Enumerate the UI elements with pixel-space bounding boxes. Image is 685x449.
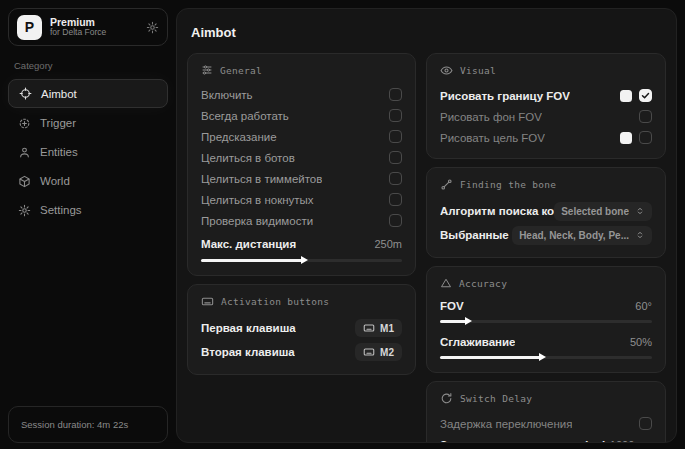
triangle-icon bbox=[440, 277, 452, 289]
sidebar-item-label: World bbox=[40, 175, 70, 187]
setting-row: Рисовать фон FOV bbox=[440, 106, 652, 127]
keyboard-icon bbox=[201, 295, 214, 308]
keybind-row: Первая клавиша M1 bbox=[201, 316, 402, 340]
color-swatch[interactable] bbox=[620, 132, 632, 144]
keybind-button[interactable]: M1 bbox=[355, 319, 402, 337]
visual-card: Visual Рисовать границу FOV Рисовать фон… bbox=[426, 53, 666, 159]
slider-row: Макс. дистанция 250m bbox=[201, 233, 402, 254]
keybind-button[interactable]: M2 bbox=[355, 343, 402, 361]
checkbox[interactable] bbox=[389, 151, 402, 164]
brand-header: P Premium for Delta Force bbox=[8, 8, 168, 46]
slider-row: FOV 60° bbox=[440, 297, 652, 315]
color-swatch[interactable] bbox=[620, 90, 632, 102]
brand-logo: P bbox=[17, 15, 42, 40]
page-title: Aimbot bbox=[191, 25, 666, 40]
bone-icon bbox=[440, 178, 453, 191]
setting-row: Рисовать цель FOV bbox=[440, 127, 652, 148]
session-duration: Session duration: 4m 22s bbox=[8, 406, 168, 443]
eye-icon bbox=[440, 64, 453, 77]
setting-row: Всегда работать bbox=[201, 105, 402, 126]
chevrons-up-down-icon bbox=[635, 230, 645, 240]
general-card: General Включить Всегда работать Предска… bbox=[187, 53, 416, 276]
setting-row: Задержка переключения bbox=[440, 413, 652, 434]
accuracy-card: Accuracy FOV 60° Сглаживание 50% bbox=[426, 266, 666, 373]
gear-icon[interactable] bbox=[146, 21, 159, 34]
checkbox[interactable] bbox=[389, 109, 402, 122]
sliders-icon bbox=[201, 64, 213, 76]
setting-row: Целиться в нокнутых bbox=[201, 189, 402, 210]
dropdown-row: Алгоритм поиска кости Selected bone bbox=[440, 199, 652, 223]
setting-row: Проверка видимости bbox=[201, 210, 402, 231]
chevrons-up-down-icon bbox=[635, 206, 645, 216]
slider-thumb[interactable] bbox=[539, 353, 546, 361]
smoothing-slider[interactable] bbox=[440, 353, 652, 362]
checkbox[interactable] bbox=[389, 214, 402, 227]
checkbox[interactable] bbox=[639, 417, 652, 430]
checkbox[interactable] bbox=[389, 130, 402, 143]
section-title: Accuracy bbox=[459, 278, 507, 289]
max-distance-slider[interactable] bbox=[201, 256, 402, 265]
slider-value: 1000 ms bbox=[610, 439, 652, 443]
activation-card: Activation buttons Первая клавиша M1 Вто… bbox=[187, 284, 416, 375]
sidebar-item-settings[interactable]: Settings bbox=[8, 196, 168, 224]
sidebar-item-label: Entities bbox=[40, 146, 78, 158]
setting-row: Рисовать границу FOV bbox=[440, 85, 652, 106]
setting-row: Целиться в ботов bbox=[201, 147, 402, 168]
sidebar-item-label: Trigger bbox=[40, 117, 76, 129]
slider-thumb[interactable] bbox=[465, 317, 472, 325]
setting-row: Целиться в тиммейтов bbox=[201, 168, 402, 189]
slider-row: Сглаживание 50% bbox=[440, 333, 652, 351]
world-icon bbox=[18, 175, 31, 188]
category-label: Category bbox=[14, 60, 168, 71]
checkbox[interactable] bbox=[639, 89, 652, 102]
sidebar-item-world[interactable]: World bbox=[8, 167, 168, 195]
entities-icon bbox=[18, 146, 31, 159]
slider-value: 60° bbox=[635, 300, 652, 312]
dropdown-row: Выбранные кости Head, Neck, Body, Pe... bbox=[440, 223, 652, 247]
setting-row: Предсказание bbox=[201, 126, 402, 147]
setting-row: Включить bbox=[201, 84, 402, 105]
refresh-icon bbox=[440, 392, 453, 405]
selected-bones-select[interactable]: Head, Neck, Body, Pe... bbox=[512, 226, 652, 245]
sidebar-item-entities[interactable]: Entities bbox=[8, 138, 168, 166]
slider-thumb[interactable] bbox=[301, 256, 308, 264]
bone-algorithm-select[interactable]: Selected bone bbox=[554, 202, 652, 221]
checkbox[interactable] bbox=[639, 110, 652, 123]
bone-card: Finding the bone Алгоритм поиска кости S… bbox=[426, 167, 666, 258]
section-title: General bbox=[220, 65, 262, 76]
sidebar-item-trigger[interactable]: Trigger bbox=[8, 109, 168, 137]
slider-value: 50% bbox=[630, 336, 652, 348]
section-title: Activation buttons bbox=[221, 296, 329, 307]
keyboard-icon bbox=[363, 346, 375, 358]
keyboard-icon bbox=[363, 322, 375, 334]
fov-slider[interactable] bbox=[440, 317, 652, 326]
slider-row: Задержка переключения (мс) 1000 ms bbox=[440, 436, 652, 443]
brand-subtitle: for Delta Force bbox=[50, 28, 138, 38]
section-title: Switch Delay bbox=[460, 393, 532, 404]
gear-icon bbox=[18, 204, 31, 217]
checkbox[interactable] bbox=[389, 193, 402, 206]
sidebar-item-aimbot[interactable]: Aimbot bbox=[8, 79, 168, 108]
sidebar-item-label: Settings bbox=[40, 204, 82, 216]
section-title: Visual bbox=[460, 65, 496, 76]
checkbox[interactable] bbox=[639, 131, 652, 144]
keybind-row: Вторая клавиша M2 bbox=[201, 340, 402, 364]
checkbox[interactable] bbox=[389, 172, 402, 185]
sidebar: P Premium for Delta Force Category Aimbo… bbox=[8, 8, 168, 443]
slider-value: 250m bbox=[374, 238, 402, 250]
switch-delay-card: Switch Delay Задержка переключения Задер… bbox=[426, 381, 666, 443]
trigger-icon bbox=[18, 117, 31, 130]
crosshair-icon bbox=[19, 87, 32, 100]
sidebar-item-label: Aimbot bbox=[41, 88, 77, 100]
section-title: Finding the bone bbox=[460, 179, 556, 190]
checkbox[interactable] bbox=[389, 88, 402, 101]
main-panel: Aimbot General Включить Всегда работать … bbox=[176, 8, 677, 443]
